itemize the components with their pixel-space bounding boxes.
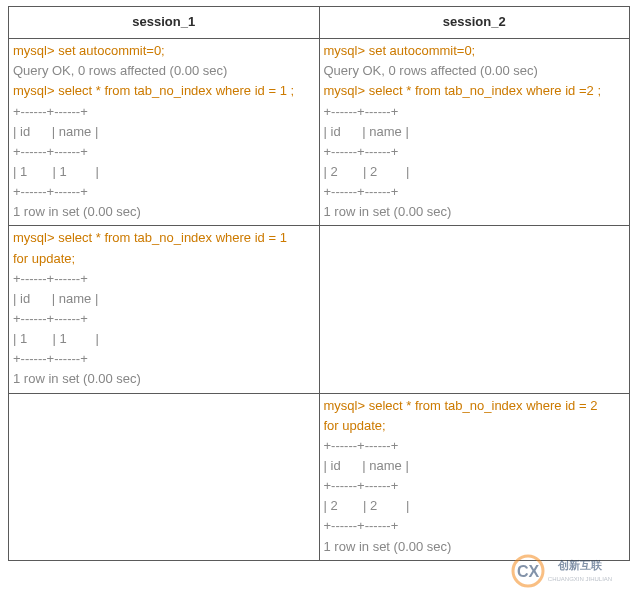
result-line: +------+------+ [13, 309, 315, 329]
col-header-session-2: session_2 [319, 7, 630, 39]
cell-session1-step3-empty [9, 393, 320, 560]
result-line: 1 row in set (0.00 sec) [13, 369, 315, 389]
mysql-prompt: mysql> [324, 398, 369, 413]
page-root: session_1 session_2 mysql> set autocommi… [0, 0, 640, 593]
sql-statement: for update; [324, 416, 626, 436]
table-row: mysql> select * from tab_no_index where … [9, 393, 630, 560]
result-line: | id | name | [324, 122, 626, 142]
cell-session1-step1: mysql> set autocommit=0; Query OK, 0 row… [9, 39, 320, 226]
mysql-prompt: mysql> [13, 83, 58, 98]
mysql-prompt: mysql> [13, 43, 58, 58]
result-line: | 1 | 1 | [13, 329, 315, 349]
result-line: +------+------+ [324, 476, 626, 496]
mysql-prompt: mysql> [13, 230, 58, 245]
sessions-table: session_1 session_2 mysql> set autocommi… [8, 6, 630, 561]
result-line: +------+------+ [324, 516, 626, 536]
table-row: mysql> set autocommit=0; Query OK, 0 row… [9, 39, 630, 226]
result-line: +------+------+ [13, 182, 315, 202]
result-line: 1 row in set (0.00 sec) [13, 202, 315, 222]
result-line: | id | name | [13, 289, 315, 309]
result-line: | id | name | [324, 456, 626, 476]
result-line: +------+------+ [324, 102, 626, 122]
table-row: mysql> select * from tab_no_index where … [9, 226, 630, 393]
result-line: +------+------+ [324, 436, 626, 456]
svg-text:CX: CX [517, 563, 540, 580]
col-header-session-1: session_1 [9, 7, 320, 39]
result-line: Query OK, 0 rows affected (0.00 sec) [13, 61, 315, 81]
sql-statement: set autocommit=0; [58, 43, 165, 58]
result-line: | id | name | [13, 122, 315, 142]
result-line: +------+------+ [13, 349, 315, 369]
table-header-row: session_1 session_2 [9, 7, 630, 39]
result-line: | 2 | 2 | [324, 162, 626, 182]
result-line: 1 row in set (0.00 sec) [324, 202, 626, 222]
sql-statement: set autocommit=0; [369, 43, 476, 58]
result-line: | 2 | 2 | [324, 496, 626, 516]
svg-text:CHUANGXIN JIHULIAN: CHUANGXIN JIHULIAN [548, 576, 612, 582]
cell-session2-step1: mysql> set autocommit=0; Query OK, 0 row… [319, 39, 630, 226]
result-line: +------+------+ [13, 142, 315, 162]
sql-statement: select * from tab_no_index where id = 1 … [58, 83, 294, 98]
sql-statement: select * from tab_no_index where id = 1 [58, 230, 287, 245]
cell-session2-step2-empty [319, 226, 630, 393]
result-line: +------+------+ [324, 142, 626, 162]
result-line: +------+------+ [324, 182, 626, 202]
cell-session1-step2: mysql> select * from tab_no_index where … [9, 226, 320, 393]
sql-statement: for update; [13, 249, 315, 269]
sql-statement: select * from tab_no_index where id =2 ; [369, 83, 601, 98]
cell-session2-step3: mysql> select * from tab_no_index where … [319, 393, 630, 560]
result-line: 1 row in set (0.00 sec) [324, 537, 626, 557]
mysql-prompt: mysql> [324, 43, 369, 58]
mysql-prompt: mysql> [324, 83, 369, 98]
result-line: Query OK, 0 rows affected (0.00 sec) [324, 61, 626, 81]
result-line: | 1 | 1 | [13, 162, 315, 182]
result-line: +------+------+ [13, 102, 315, 122]
svg-text:创新互联: 创新互联 [557, 559, 603, 571]
result-line: +------+------+ [13, 269, 315, 289]
sql-statement: select * from tab_no_index where id = 2 [369, 398, 598, 413]
